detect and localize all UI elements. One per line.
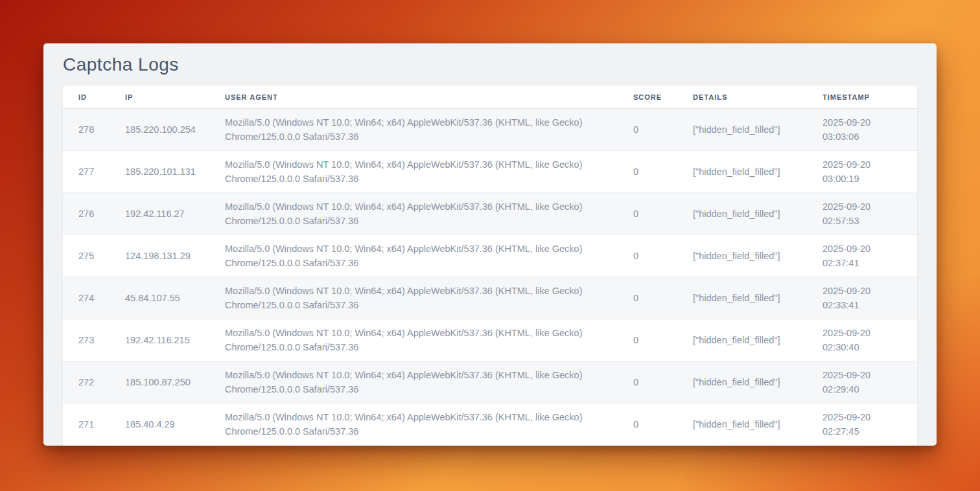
cell-score: 0 [618, 319, 677, 361]
cell-details: ["hidden_field_filled"] [677, 361, 807, 404]
cell-id: 272 [63, 361, 110, 404]
cell-id: 274 [63, 277, 110, 319]
cell-timestamp: 2025-09-20 02:29:40 [807, 361, 917, 404]
cell-timestamp: 2025-09-20 03:00:19 [807, 151, 917, 193]
captcha-logs-table-container: ID IP USER AGENT SCORE DETAILS TIMESTAMP… [63, 86, 917, 446]
cell-timestamp: 2025-09-20 02:30:40 [807, 319, 917, 361]
cell-score: 0 [618, 235, 677, 277]
cell-id: 273 [63, 319, 110, 361]
table-header-row: ID IP USER AGENT SCORE DETAILS TIMESTAMP [63, 86, 917, 109]
cell-user-agent: Mozilla/5.0 (Windows NT 10.0; Win64; x64… [209, 404, 618, 446]
cell-user-agent: Mozilla/5.0 (Windows NT 10.0; Win64; x64… [209, 151, 618, 193]
cell-ip: 192.42.116.215 [110, 319, 209, 361]
cell-id: 278 [63, 109, 110, 151]
cell-score: 0 [618, 193, 677, 235]
column-header-score: SCORE [618, 86, 677, 109]
captcha-logs-table: ID IP USER AGENT SCORE DETAILS TIMESTAMP… [63, 86, 917, 446]
cell-ip: 185.220.101.131 [110, 151, 209, 193]
column-header-ip: IP [110, 86, 209, 109]
cell-timestamp: 2025-09-20 02:57:53 [807, 193, 917, 235]
cell-details: ["hidden_field_filled"] [677, 319, 807, 361]
cell-details: ["hidden_field_filled"] [677, 404, 807, 446]
cell-ip: 124.198.131.29 [110, 235, 209, 277]
table-body: 278 185.220.100.254 Mozilla/5.0 (Windows… [63, 109, 917, 446]
cell-id: 277 [63, 151, 110, 193]
cell-score: 0 [618, 361, 677, 404]
table-row: 273 192.42.116.215 Mozilla/5.0 (Windows … [63, 319, 917, 361]
cell-details: ["hidden_field_filled"] [677, 277, 807, 319]
cell-user-agent: Mozilla/5.0 (Windows NT 10.0; Win64; x64… [209, 361, 618, 404]
cell-user-agent: Mozilla/5.0 (Windows NT 10.0; Win64; x64… [209, 109, 618, 151]
cell-score: 0 [618, 277, 677, 319]
cell-score: 0 [618, 109, 677, 151]
column-header-user-agent: USER AGENT [209, 86, 618, 109]
cell-ip: 45.84.107.55 [110, 277, 209, 319]
cell-timestamp: 2025-09-20 02:27:45 [807, 404, 917, 446]
cell-timestamp: 2025-09-20 03:03:06 [807, 109, 917, 151]
column-header-timestamp: TIMESTAMP [807, 86, 917, 109]
cell-user-agent: Mozilla/5.0 (Windows NT 10.0; Win64; x64… [209, 277, 618, 319]
cell-timestamp: 2025-09-20 02:33:41 [807, 277, 917, 319]
table-row: 276 192.42.116.27 Mozilla/5.0 (Windows N… [63, 193, 917, 235]
cell-score: 0 [618, 151, 677, 193]
cell-ip: 185.220.100.254 [110, 109, 209, 151]
column-header-details: DETAILS [677, 86, 807, 109]
cell-user-agent: Mozilla/5.0 (Windows NT 10.0; Win64; x64… [209, 319, 618, 361]
cell-id: 275 [63, 235, 110, 277]
column-header-id: ID [63, 86, 110, 109]
cell-score: 0 [618, 404, 677, 446]
cell-user-agent: Mozilla/5.0 (Windows NT 10.0; Win64; x64… [209, 235, 618, 277]
table-row: 277 185.220.101.131 Mozilla/5.0 (Windows… [63, 151, 917, 193]
cell-id: 276 [63, 193, 110, 235]
table-row: 275 124.198.131.29 Mozilla/5.0 (Windows … [63, 235, 917, 277]
cell-details: ["hidden_field_filled"] [677, 193, 807, 235]
captcha-logs-card: Captcha Logs ID IP USER AGENT SCORE DETA… [43, 43, 937, 446]
table-row: 272 185.100.87.250 Mozilla/5.0 (Windows … [63, 361, 917, 404]
cell-ip: 185.40.4.29 [110, 404, 209, 446]
table-row: 274 45.84.107.55 Mozilla/5.0 (Windows NT… [63, 277, 917, 319]
cell-ip: 192.42.116.27 [110, 193, 209, 235]
cell-details: ["hidden_field_filled"] [677, 151, 807, 193]
cell-timestamp: 2025-09-20 02:37:41 [807, 235, 917, 277]
cell-id: 271 [63, 404, 110, 446]
table-header: ID IP USER AGENT SCORE DETAILS TIMESTAMP [63, 86, 917, 109]
cell-details: ["hidden_field_filled"] [677, 109, 807, 151]
cell-details: ["hidden_field_filled"] [677, 235, 807, 277]
table-row: 278 185.220.100.254 Mozilla/5.0 (Windows… [63, 109, 917, 151]
cell-user-agent: Mozilla/5.0 (Windows NT 10.0; Win64; x64… [209, 193, 618, 235]
table-row: 271 185.40.4.29 Mozilla/5.0 (Windows NT … [63, 404, 917, 446]
page-title: Captcha Logs [43, 43, 937, 75]
cell-ip: 185.100.87.250 [110, 361, 209, 404]
